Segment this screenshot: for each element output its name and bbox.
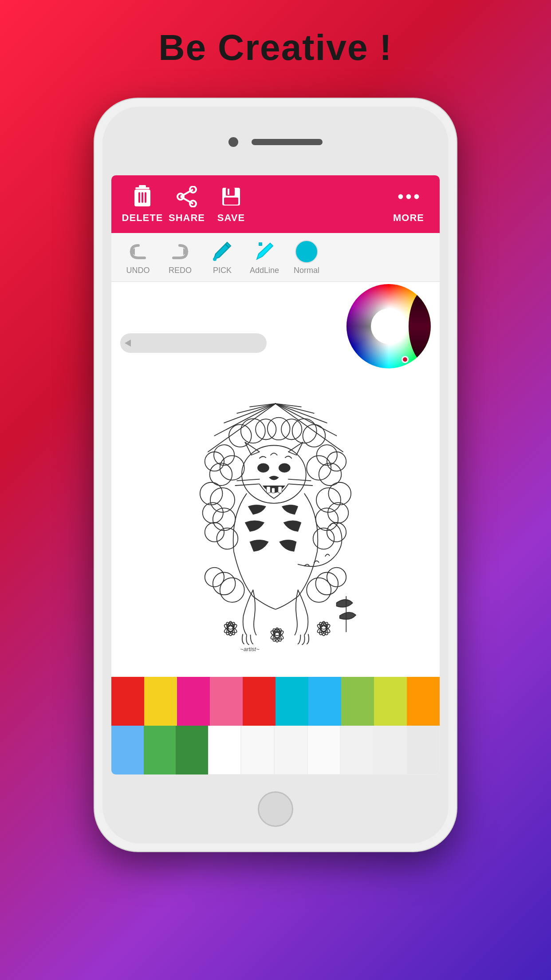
- undo-button[interactable]: UNDO: [118, 240, 158, 275]
- color-white-6[interactable]: [374, 726, 407, 775]
- palette-row-1: [111, 677, 440, 726]
- color-cyan[interactable]: [276, 677, 308, 726]
- trash-icon: [130, 185, 154, 209]
- svg-point-70: [303, 425, 326, 447]
- phone-frame: DELETE SHARE: [94, 98, 457, 852]
- color-dark-green[interactable]: [176, 726, 208, 775]
- svg-point-68: [281, 419, 302, 439]
- pick-button[interactable]: PICK: [202, 240, 242, 275]
- color-white-4[interactable]: [307, 726, 341, 775]
- redo-label: REDO: [169, 266, 192, 275]
- svg-line-28: [208, 404, 276, 452]
- svg-point-17: [414, 194, 419, 199]
- share-icon: [175, 185, 199, 209]
- svg-rect-75: [272, 488, 275, 493]
- phone-screen: DELETE SHARE: [111, 175, 440, 775]
- undo-icon: [126, 240, 150, 264]
- svg-line-10: [181, 197, 193, 204]
- color-red-2[interactable]: [243, 677, 276, 726]
- svg-line-79: [288, 479, 311, 481]
- color-red[interactable]: [111, 677, 144, 726]
- svg-rect-4: [142, 192, 143, 203]
- svg-point-69: [292, 419, 317, 443]
- color-pink-light[interactable]: [210, 677, 243, 726]
- color-white-2[interactable]: [241, 726, 274, 775]
- front-camera: [228, 137, 238, 147]
- svg-point-64: [229, 425, 252, 447]
- svg-rect-14: [228, 189, 229, 195]
- page-title: Be Creative !: [0, 0, 551, 68]
- color-white-5[interactable]: [340, 726, 374, 775]
- svg-rect-74: [267, 486, 271, 493]
- svg-rect-76: [278, 486, 282, 493]
- page-background: Be Creative !: [0, 0, 551, 68]
- addline-label: AddLine: [250, 266, 279, 275]
- more-button[interactable]: MORE: [386, 185, 431, 224]
- svg-line-80: [289, 484, 312, 486]
- save-button[interactable]: SAVE: [209, 185, 253, 224]
- svg-line-36: [276, 404, 337, 436]
- svg-line-31: [237, 404, 276, 414]
- svg-point-65: [241, 419, 265, 443]
- normal-icon: [295, 240, 319, 264]
- svg-point-55: [328, 482, 351, 505]
- svg-rect-3: [138, 192, 140, 203]
- more-label: MORE: [393, 212, 424, 224]
- save-label: SAVE: [217, 212, 245, 224]
- color-orange[interactable]: [407, 677, 440, 726]
- home-button[interactable]: [258, 791, 293, 827]
- color-light-blue[interactable]: [111, 726, 144, 775]
- color-sky-blue[interactable]: [308, 677, 341, 726]
- app-toolbar: DELETE SHARE: [111, 175, 440, 233]
- normal-button[interactable]: Normal: [287, 240, 327, 275]
- svg-point-72: [257, 463, 269, 472]
- svg-point-63: [307, 578, 331, 602]
- pick-label: PICK: [213, 266, 232, 275]
- color-white-3[interactable]: [274, 726, 307, 775]
- svg-point-20: [213, 257, 216, 261]
- svg-line-29: [214, 404, 276, 436]
- color-yellow[interactable]: [144, 677, 177, 726]
- svg-line-78: [236, 484, 259, 486]
- delete-button[interactable]: DELETE: [120, 185, 165, 224]
- addline-button[interactable]: AddLine: [244, 240, 284, 275]
- phone-top-bar: [102, 107, 449, 178]
- color-wheel-overlay[interactable]: [346, 284, 431, 368]
- share-button[interactable]: SHARE: [165, 185, 209, 224]
- color-pink-dark[interactable]: [177, 677, 210, 726]
- color-white-1[interactable]: [208, 726, 241, 775]
- phone-inner: DELETE SHARE: [102, 107, 449, 843]
- svg-point-47: [217, 528, 238, 549]
- brush-size-indicator: [125, 340, 131, 347]
- color-green[interactable]: [144, 726, 176, 775]
- svg-point-50: [220, 578, 244, 602]
- svg-point-15: [398, 194, 403, 199]
- svg-point-40: [205, 452, 224, 471]
- svg-rect-1: [139, 185, 146, 189]
- color-white-7[interactable]: [406, 726, 440, 775]
- svg-point-16: [406, 194, 411, 199]
- color-light-green[interactable]: [341, 677, 374, 726]
- svg-point-42: [200, 482, 223, 505]
- addline-icon: [252, 240, 276, 264]
- svg-point-45: [213, 508, 236, 531]
- drawing-canvas[interactable]: .tiger-line { fill: none; stroke: #1a1a1…: [111, 356, 440, 677]
- color-lime[interactable]: [374, 677, 407, 726]
- svg-point-58: [315, 508, 338, 531]
- svg-rect-13: [224, 198, 238, 205]
- svg-point-66: [256, 419, 276, 439]
- share-label: SHARE: [169, 212, 205, 224]
- svg-rect-12: [226, 188, 235, 196]
- svg-rect-21: [259, 242, 262, 246]
- speaker: [252, 139, 323, 145]
- brush-size-bar[interactable]: [120, 333, 267, 353]
- svg-point-67: [268, 418, 290, 440]
- tools-bar: UNDO REDO: [111, 233, 440, 282]
- delete-label: DELETE: [122, 212, 163, 224]
- undo-label: UNDO: [126, 266, 150, 275]
- svg-point-73: [279, 463, 290, 472]
- normal-label: Normal: [294, 266, 319, 275]
- redo-button[interactable]: REDO: [160, 240, 200, 275]
- svg-line-9: [181, 190, 193, 197]
- svg-point-53: [327, 452, 346, 471]
